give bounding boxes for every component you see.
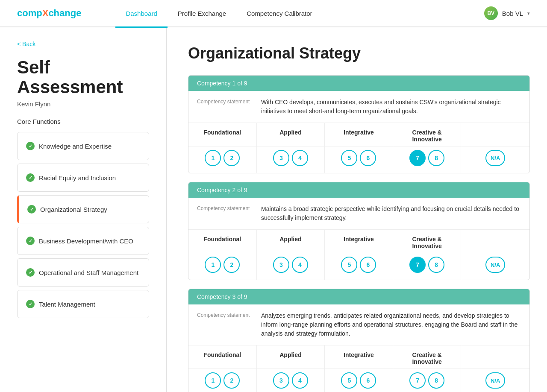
check-icon-talent — [26, 300, 35, 308]
rating-col-header-foundational-3: Foundational — [188, 345, 257, 369]
competency-header-2: Competency 2 of 9 — [188, 182, 529, 198]
rating-btn-2-8[interactable]: 8 — [428, 257, 444, 273]
rating-col-foundational-3: 1 2 — [188, 369, 257, 392]
competency-statement-row-2: Competency statement Maintains a broad s… — [188, 198, 529, 230]
sidebar-card-knowledge[interactable]: Knowledge and Expertise — [17, 132, 149, 160]
rating-col-header-na-1 — [461, 123, 529, 146]
rating-btn-3-5[interactable]: 5 — [341, 372, 357, 389]
rating-btn-1-6[interactable]: 6 — [360, 150, 376, 166]
rating-btn-2-1[interactable]: 1 — [205, 257, 221, 273]
rating-btn-3-1[interactable]: 1 — [205, 372, 221, 389]
rating-btns-1: 1 2 3 4 5 6 7 8 — [188, 146, 529, 173]
statement-label-2: Competency statement — [197, 205, 253, 211]
rating-btn-1-2[interactable]: 2 — [224, 150, 240, 166]
competency-card-2: Competency 2 of 9 Competency statement M… — [188, 182, 530, 280]
rating-headers-2: Foundational Applied Integrative Creativ… — [188, 230, 529, 253]
check-icon-racial-equity — [26, 173, 35, 182]
rating-col-header-na-3 — [461, 345, 529, 369]
rating-btn-1-1[interactable]: 1 — [205, 150, 221, 166]
section-label: Core Functions — [17, 118, 149, 125]
nav-profile-exchange[interactable]: Profile Exchange — [168, 0, 236, 28]
rating-col-header-applied-1: Applied — [257, 123, 325, 146]
sidebar: < Back Self Assessment Kevin Flynn Core … — [0, 27, 167, 392]
rating-btn-3-na[interactable]: N/A — [485, 372, 505, 389]
sidebar-card-org-strategy[interactable]: Organizational Strategy — [17, 195, 149, 223]
rating-btn-3-2[interactable]: 2 — [224, 372, 240, 389]
rating-col-header-applied-3: Applied — [257, 345, 325, 369]
rating-btn-3-6[interactable]: 6 — [360, 372, 376, 389]
rating-col-header-creative-2: Creative &Innovative — [393, 230, 462, 253]
card-label-business-dev: Business Development/with CEO — [39, 237, 133, 245]
rating-headers-1: Foundational Applied Integrative Creativ… — [188, 123, 529, 146]
rating-btn-3-4[interactable]: 4 — [292, 372, 308, 389]
logo-change: change — [48, 8, 81, 19]
rating-btn-2-4[interactable]: 4 — [292, 257, 308, 273]
sidebar-card-racial-equity[interactable]: Racial Equity and Inclusion — [17, 164, 149, 192]
rating-btn-3-3[interactable]: 3 — [273, 372, 289, 389]
card-label-racial-equity: Racial Equity and Inclusion — [39, 174, 116, 181]
logo-comp: comp — [17, 8, 42, 19]
rating-col-foundational-2: 1 2 — [188, 253, 257, 280]
competency-body-1: Competency statement With CEO develops, … — [188, 91, 529, 173]
back-link[interactable]: < Back — [17, 41, 35, 47]
sidebar-cards: Knowledge and Expertise Racial Equity an… — [17, 132, 149, 322]
rating-col-integrative-1: 5 6 — [325, 146, 393, 173]
statement-text-3: Analyzes emerging trends, anticipates re… — [261, 311, 521, 338]
rating-col-header-creative-1: Creative &Innovative — [393, 123, 462, 146]
card-label-operational: Operational and Staff Management — [39, 269, 138, 276]
check-icon-operational — [26, 268, 35, 277]
rating-col-header-na-2 — [461, 230, 529, 253]
rating-col-integrative-3: 5 6 — [325, 369, 393, 392]
rating-btn-1-4[interactable]: 4 — [292, 150, 308, 166]
check-icon-business-dev — [26, 237, 35, 245]
rating-col-header-integrative-2: Integrative — [325, 230, 393, 253]
statement-text-1: With CEO develops, communicates, execute… — [261, 98, 521, 116]
rating-col-applied-2: 3 4 — [257, 253, 325, 280]
chevron-down-icon: ▾ — [527, 11, 530, 16]
rating-col-creative-3: 7 8 — [393, 369, 462, 392]
rating-btn-1-3[interactable]: 3 — [273, 150, 289, 166]
rating-btn-1-na[interactable]: N/A — [485, 150, 505, 166]
competency-statement-row-1: Competency statement With CEO develops, … — [188, 91, 529, 123]
rating-col-na-2: N/A — [461, 253, 529, 280]
user-menu[interactable]: BV Bob VL ▾ — [484, 6, 530, 20]
rating-btn-3-7[interactable]: 7 — [409, 372, 426, 389]
competency-statement-row-3: Competency statement Analyzes emerging t… — [188, 304, 529, 345]
rating-btns-2: 1 2 3 4 5 6 7 8 — [188, 253, 529, 280]
nav-dashboard[interactable]: Dashboard — [115, 0, 167, 28]
page-title: Self Assessment — [17, 58, 149, 97]
card-label-talent: Talent Management — [39, 301, 95, 308]
avatar: BV — [484, 6, 498, 20]
rating-col-header-foundational-2: Foundational — [188, 230, 257, 253]
sidebar-card-talent[interactable]: Talent Management — [17, 290, 149, 318]
rating-btn-1-7[interactable]: 7 — [409, 150, 426, 166]
rating-btn-2-6[interactable]: 6 — [360, 257, 376, 273]
rating-col-header-applied-2: Applied — [257, 230, 325, 253]
rating-btn-2-7[interactable]: 7 — [409, 257, 426, 273]
main-content: Organizational Strategy Competency 1 of … — [167, 27, 547, 392]
statement-label-3: Competency statement — [197, 311, 253, 318]
rating-col-header-foundational-1: Foundational — [188, 123, 257, 146]
competency-body-2: Competency statement Maintains a broad s… — [188, 198, 529, 280]
sidebar-card-operational[interactable]: Operational and Staff Management — [17, 258, 149, 287]
statement-text-2: Maintains a broad strategic perspective … — [261, 205, 521, 222]
rating-btn-2-na[interactable]: N/A — [485, 257, 505, 273]
check-icon-org-strategy — [27, 205, 36, 214]
rating-col-applied-1: 3 4 — [257, 146, 325, 173]
nav-competency-calibrator[interactable]: Competency Calibrator — [236, 0, 322, 28]
rating-btn-2-2[interactable]: 2 — [224, 257, 240, 273]
logo-x: X — [42, 8, 49, 19]
rating-col-integrative-2: 5 6 — [325, 253, 393, 280]
rating-btn-2-3[interactable]: 3 — [273, 257, 289, 273]
rating-btn-1-8[interactable]: 8 — [428, 150, 444, 166]
rating-btn-3-8[interactable]: 8 — [428, 372, 444, 389]
logo[interactable]: compXchange — [17, 8, 81, 19]
competency-header-1: Competency 1 of 9 — [188, 76, 529, 91]
card-label-knowledge: Knowledge and Expertise — [39, 143, 112, 150]
content-title: Organizational Strategy — [188, 44, 530, 62]
sidebar-card-business-dev[interactable]: Business Development/with CEO — [17, 227, 149, 255]
rating-btn-2-5[interactable]: 5 — [341, 257, 357, 273]
navbar: compXchange Dashboard Profile Exchange C… — [0, 0, 547, 27]
rating-btn-1-5[interactable]: 5 — [341, 150, 357, 166]
competency-body-3: Competency statement Analyzes emerging t… — [188, 304, 529, 392]
